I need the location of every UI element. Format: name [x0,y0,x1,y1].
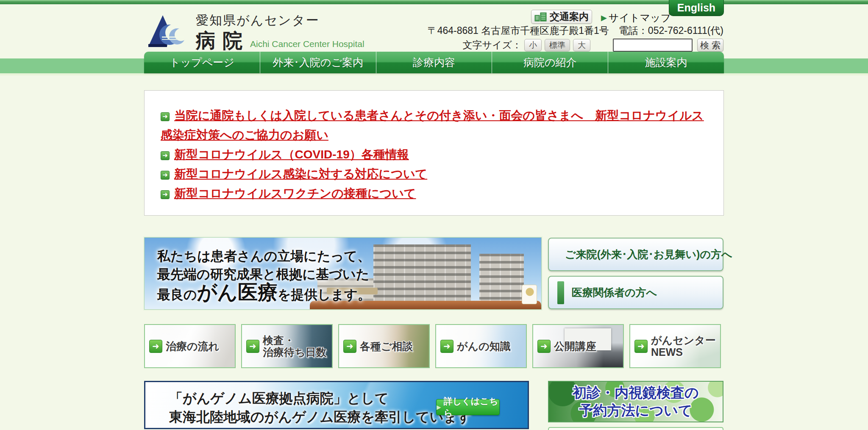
arrow-right-icon: ▶ [601,13,607,22]
hospital-logo[interactable]: 愛知県がんセンター 病院 Aichi Cancer Center Hospita… [147,12,364,51]
arrow-square-icon: ➜ [161,112,170,121]
font-size-controls: 文字サイズ： 小 標準 大 検 索 [462,39,723,52]
genome-details-button[interactable]: ▶ 詳しくはこちら [436,399,500,415]
news-link-label: 新型コロナウイルス感染に対する対応について [174,167,427,180]
reservation-banner-line1: 初診・内視鏡検査の [573,384,699,402]
global-navigation: トップページ 外来･入院のご案内 診療内容 病院の紹介 施設案内 [0,52,868,75]
font-size-label: 文字サイズ： [462,39,522,52]
sitemap-link[interactable]: ▶ サイトマップ [601,11,671,25]
arrow-square-icon: ➜ [246,340,259,353]
covid-visitor-notice-link[interactable]: ➜当院に通院もしくは入院している患者さんとその付き添い・面会の皆さまへ 新型コロ… [161,106,707,145]
logo-name-ja: 愛知県がんセンター [196,12,364,29]
reservation-banner-line2: 予約方法について [579,402,692,419]
arrow-square-icon: ➜ [161,171,170,180]
hero-slogan-line2: 最先端の研究成果と根拠に基づいた [157,265,371,283]
english-button[interactable]: English [669,0,724,16]
medical-professionals-button-label: 医療関係者の方へ [572,286,657,300]
arrow-square-icon: ➜ [634,340,648,353]
arrow-square-icon: ➜ [161,190,170,199]
logo-name-main: 病院 [196,30,249,51]
quick-link-label: 公開講座 [554,340,596,352]
traffic-guide-label: 交通案内 [550,10,589,23]
visitors-button-label: ご来院(外来･入院･お見舞い)の方へ [565,247,732,261]
sitemap-label: サイトマップ [609,11,671,25]
logo-mark-icon [147,13,190,50]
quick-link-cancer-center-news[interactable]: ➜ がんセンター NEWS [629,324,721,368]
font-size-large-button[interactable]: 大 [573,39,590,51]
hero-slogan-line3: 最良のがん医療を提供します。 [157,283,371,304]
hospital-photo [373,244,471,310]
quick-link-label: 治療の流れ [166,340,219,352]
hospital-photo-banner: 私たちは患者さんの立場にたって、 最先端の研究成果と根拠に基づいた 最良のがん医… [144,237,542,310]
traffic-guide-button[interactable]: 交通案内 [531,10,592,24]
news-link-label: 新型コロナウイルスワクチンの接種について [174,187,416,200]
quick-link-exam-wait-days[interactable]: ➜ 検査・ 治療待ち日数 [241,324,333,368]
nav-menu: トップページ 外来･入院のご案内 診療内容 病院の紹介 施設案内 [144,52,724,73]
quick-link-treatment-flow[interactable]: ➜ 治療の流れ [144,324,236,368]
header: 愛知県がんセンター 病院 Aichi Cancer Center Hospita… [0,4,868,52]
search-input[interactable] [613,39,693,52]
certification-badge [522,285,537,304]
covid-info-link[interactable]: ➜新型コロナウイルス（COVID-19）各種情報 [161,145,707,164]
quick-link-consultations[interactable]: ➜ 各種ご相談 [338,324,430,368]
medical-professionals-button[interactable]: 医療関係者の方へ [548,276,723,309]
covid-news-box: ➜当院に通院もしくは入院している患者さんとその付き添い・面会の皆さまへ 新型コロ… [144,90,724,216]
font-size-small-button[interactable]: 小 [524,39,542,51]
quick-link-label: がんの知識 [457,340,511,352]
quick-link-public-lectures[interactable]: ➜ 公開講座 [532,324,624,368]
arrow-square-icon: ➜ [149,340,162,353]
genome-banner-line2: 東海北陸地域のがんゲノム医療を牽引しています [169,408,471,426]
hero-slogan: 私たちは患者さんの立場にたって、 最先端の研究成果と根拠に基づいた 最良のがん医… [157,247,371,304]
hero-slogan-line3-post: を提供します。 [278,287,371,302]
nav-underline [0,73,868,75]
green-bar-icon [557,281,564,304]
search-button[interactable]: 検 索 [697,39,723,52]
genome-medicine-banner[interactable]: 「がんゲノム医療拠点病院」として 東海北陸地域のがんゲノム医療を牽引しています … [144,381,529,429]
news-link-label: 当院に通院もしくは入院している患者さんとその付き添い・面会の皆さまへ 新型コロナ… [161,109,704,141]
arrow-square-icon: ➜ [537,340,551,353]
quick-link-label: 各種ご相談 [360,340,413,352]
quick-links-row: ➜ 治療の流れ ➜ 検査・ 治療待ち日数 ➜ 各種ご相談 ➜ がんの知識 ➜ 公… [144,324,724,368]
nav-item-top-page[interactable]: トップページ [144,52,260,73]
genome-details-label: 詳しくはこちら [444,395,499,419]
arrow-square-icon: ➜ [161,151,170,160]
genome-banner-line1: 「がんゲノム医療拠点病院」として [169,389,471,408]
quick-link-cancer-knowledge[interactable]: ➜ がんの知識 [435,324,527,368]
nav-item-outpatient-guide[interactable]: 外来･入院のご案内 [260,52,376,73]
next-banner-stub [548,427,723,430]
news-link-label: 新型コロナウイルス（COVID-19）各種情報 [174,148,409,161]
buildings-icon [534,12,547,22]
arrow-square-icon: ➜ [440,340,453,353]
top-accent-bar [0,0,868,4]
quick-link-label: 検査・ 治療待ち日数 [263,334,327,358]
quick-link-label: がんセンター NEWS [651,334,716,358]
logo-name-en: Aichi Cancer Center Hospital [250,39,364,49]
genome-banner-text: 「がんゲノム医療拠点病院」として 東海北陸地域のがんゲノム医療を牽引しています [169,389,471,426]
reservation-info-banner[interactable]: 初診・内視鏡検査の 予約方法について [548,381,723,422]
arrow-square-icon: ➜ [343,340,356,353]
hero-slogan-line3-em: がん医療 [197,281,278,303]
hero-slogan-line1: 私たちは患者さんの立場にたって、 [157,247,371,265]
visitors-button[interactable]: ご来院(外来･入院･お見舞い)の方へ [548,238,723,271]
covid-response-link[interactable]: ➜新型コロナウイルス感染に対する対応について [161,164,707,184]
arrow-right-icon: ▶ [437,404,441,411]
nav-item-facility-guide[interactable]: 施設案内 [608,52,724,73]
hospital-address: 〒464-8681 名古屋市千種区鹿子殿1番1号 電話：052-762-6111… [428,24,723,37]
covid-vaccine-link[interactable]: ➜新型コロナウイルスワクチンの接種について [161,184,707,203]
font-size-normal-button[interactable]: 標準 [545,39,570,51]
hero-slogan-line3-pre: 最良の [157,287,197,302]
nav-item-about-hospital[interactable]: 病院の紹介 [492,52,608,73]
nav-item-medical-services[interactable]: 診療内容 [376,52,492,73]
